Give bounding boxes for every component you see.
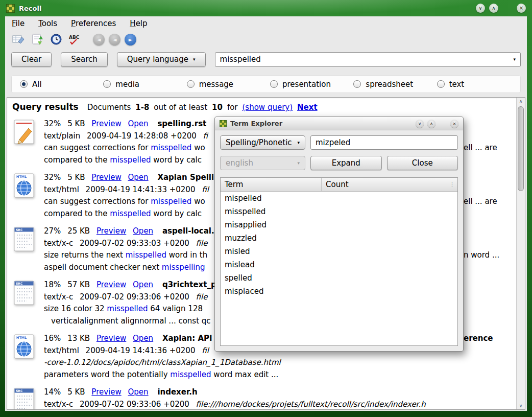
html-file-icon xyxy=(13,173,37,199)
show-query-link[interactable]: (show query) xyxy=(243,103,293,112)
filter-spreadsheet[interactable]: spreadsheet xyxy=(353,80,437,89)
open-link[interactable]: Open xyxy=(128,119,149,128)
term-table: Term Count ⋮ mispelled misspelled misapp… xyxy=(220,177,458,346)
update-index-button[interactable] xyxy=(30,32,44,47)
chevron-up-icon: ∧ xyxy=(430,121,433,126)
documents-label: Documents xyxy=(87,103,131,112)
preview-link[interactable]: Preview xyxy=(91,173,121,182)
preview-link[interactable]: Preview xyxy=(96,280,126,289)
file-size: 5 KB xyxy=(67,119,85,128)
scroll-up-arrow[interactable]: ∧ xyxy=(517,99,525,104)
first-page-button[interactable]: ◄ xyxy=(93,34,105,45)
expand-button[interactable]: Expand xyxy=(310,156,382,170)
dialog-maximize-button[interactable]: ∧ xyxy=(427,120,436,128)
chevron-down-icon: ▾ xyxy=(193,57,196,62)
window-shade-button[interactable]: ∨ xyxy=(476,4,485,13)
menu-file[interactable]: File xyxy=(12,19,25,28)
term-row[interactable]: misspelled xyxy=(221,205,457,218)
term-row[interactable]: mispelled xyxy=(221,192,457,205)
close-icon: × xyxy=(519,6,523,11)
snippet-text: 64 valign 128 xyxy=(148,304,203,313)
mime-type: text/html xyxy=(44,346,79,355)
doc-type-filter-row: All media message presentation spreadshe… xyxy=(11,75,521,93)
filter-label: presentation xyxy=(282,80,331,89)
preview-link[interactable]: Preview xyxy=(91,119,121,128)
preview-link[interactable]: Preview xyxy=(96,334,126,343)
window-close-button[interactable]: × xyxy=(517,4,526,13)
recoll-window: Recoll ∨ ∧ × File Tools Preferences Help… xyxy=(0,0,532,417)
filter-text[interactable]: text xyxy=(437,80,520,89)
open-link[interactable]: Open xyxy=(128,173,149,182)
search-entry[interactable]: misspelled ▾ xyxy=(215,52,521,67)
open-link[interactable]: Open xyxy=(133,226,153,236)
relevance-percent: 14% xyxy=(44,387,61,397)
scrollbar-thumb[interactable] xyxy=(518,106,524,191)
next-page-button[interactable]: ► xyxy=(125,34,136,45)
open-link[interactable]: Open xyxy=(133,334,153,343)
window-titlebar[interactable]: Recoll ∨ ∧ × xyxy=(0,0,532,16)
source-file-icon xyxy=(13,280,37,307)
result-date: 2009-04-19 14:41:36 +0200 xyxy=(86,346,196,355)
file-path: file:///home/dockes/projets/fulltext/rec… xyxy=(196,400,426,409)
file-path: fil xyxy=(202,185,209,194)
clear-button[interactable]: Clear xyxy=(11,52,52,67)
history-button[interactable] xyxy=(49,32,63,47)
snippet-line: parameters word the potentially misspell… xyxy=(44,369,516,381)
search-row: Clear Search Query language ▾ misspelled… xyxy=(5,48,527,71)
prev-page-button[interactable]: ◄ xyxy=(109,34,120,45)
result-meta: text/x-c 2009-07-02 09:33:06 +0200 file:… xyxy=(44,399,516,410)
filter-presentation[interactable]: presentation xyxy=(270,80,353,89)
results-scrollbar[interactable]: ∧ ∨ xyxy=(516,98,525,409)
search-entry-value: misspelled xyxy=(220,55,261,64)
result-headline: 14% 5 KB Preview Open indexer.h xyxy=(44,386,516,399)
dialog-titlebar[interactable]: Term Explorer ∨ ∧ × xyxy=(215,117,463,130)
term-row[interactable]: spelled xyxy=(221,271,457,285)
language-dropdown[interactable]: english ▾ xyxy=(220,156,305,170)
result-text: 14% 5 KB Preview Open indexer.h text/x-c… xyxy=(44,386,516,409)
snippet-text: verticalalignment alignnormal ... const … xyxy=(51,316,211,326)
erase-search-icon xyxy=(12,33,25,46)
next-page-link[interactable]: Next xyxy=(297,103,318,112)
column-header-count[interactable]: Count xyxy=(322,180,449,189)
menubar: File Tools Preferences Help xyxy=(5,16,527,31)
scroll-down-arrow[interactable]: ∨ xyxy=(517,403,525,408)
matched-term: misspelling xyxy=(162,263,205,272)
filter-message[interactable]: message xyxy=(187,80,270,89)
dialog-close-button[interactable]: × xyxy=(450,120,458,128)
term-row[interactable]: misplaced xyxy=(221,285,457,298)
snippet-text: wo xyxy=(191,197,205,206)
menu-tools[interactable]: Tools xyxy=(38,19,57,28)
preview-link[interactable]: Preview xyxy=(91,387,121,397)
expansion-mode-dropdown[interactable]: Spelling/Phonetic ▾ xyxy=(220,135,305,150)
results-header: Query results Documents 1-8 out of at le… xyxy=(12,102,516,112)
erase-search-button[interactable] xyxy=(11,32,26,47)
open-link[interactable]: Open xyxy=(133,280,153,289)
file-path: fil xyxy=(202,346,209,355)
dialog-shade-button[interactable]: ∨ xyxy=(416,120,424,128)
snippet-fragment: n word ... xyxy=(464,249,499,262)
term-explorer-button[interactable] xyxy=(67,32,82,47)
open-link[interactable]: Open xyxy=(128,387,149,397)
filter-all[interactable]: All xyxy=(20,80,103,89)
preview-link[interactable]: Preview xyxy=(96,226,126,236)
mime-type: text/x-c xyxy=(44,239,73,248)
column-grip-icon[interactable]: ⋮ xyxy=(449,181,457,188)
filter-label: text xyxy=(449,80,465,89)
search-button[interactable]: Search xyxy=(61,52,108,67)
close-button[interactable]: Close xyxy=(387,156,458,170)
menu-help[interactable]: Help xyxy=(130,19,147,28)
file-size: 5 KB xyxy=(67,387,85,397)
term-row[interactable]: muzzled xyxy=(221,231,457,245)
term-input[interactable]: mizpeled xyxy=(310,135,458,150)
term-row[interactable]: misapplied xyxy=(221,218,457,231)
window-maximize-button[interactable]: ∧ xyxy=(489,4,498,13)
term-row[interactable]: misled xyxy=(221,245,457,258)
query-language-dropdown[interactable]: Query language ▾ xyxy=(117,52,206,67)
page-title: Query results xyxy=(12,102,79,112)
filter-label: media xyxy=(115,80,139,89)
term-row[interactable]: mislead xyxy=(221,258,457,271)
column-header-term[interactable]: Term xyxy=(221,180,321,189)
snippet-fragment: ell ... are xyxy=(464,196,497,208)
filter-media[interactable]: media xyxy=(103,80,186,89)
menu-preferences[interactable]: Preferences xyxy=(71,19,116,28)
